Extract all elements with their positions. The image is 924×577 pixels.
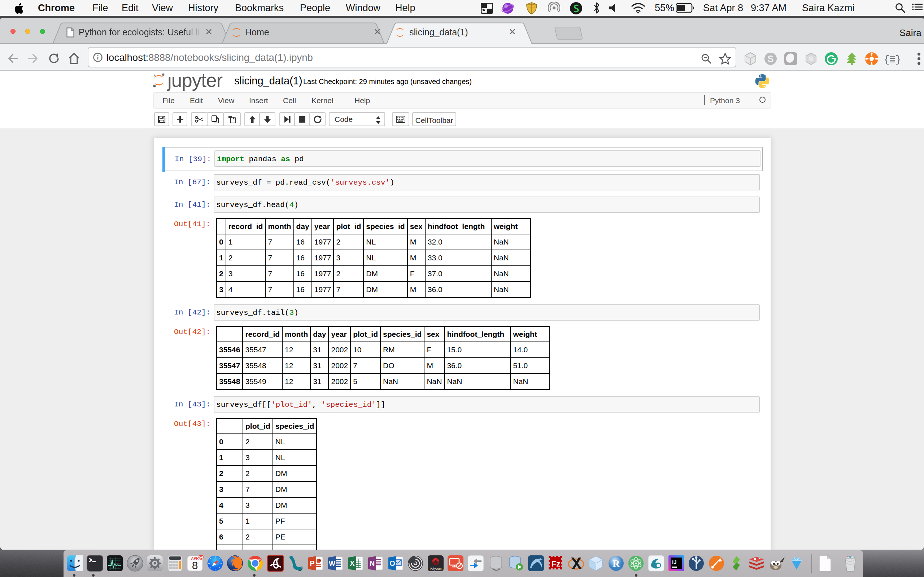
svg-text:IJ: IJ [672,559,677,565]
svg-text:W: W [329,560,335,567]
svg-text:R: R [612,558,620,569]
svg-text:Fz: Fz [551,559,560,568]
svg-text:P: P [310,559,314,567]
svg-text:N: N [370,559,375,567]
svg-text:S: S [767,53,774,64]
svg-text:54: 54 [199,555,203,559]
svg-text:8: 8 [192,559,198,571]
svg-text:O: O [389,559,395,567]
svg-text:X: X [350,559,355,567]
svg-text:Polycom: Polycom [430,567,442,571]
